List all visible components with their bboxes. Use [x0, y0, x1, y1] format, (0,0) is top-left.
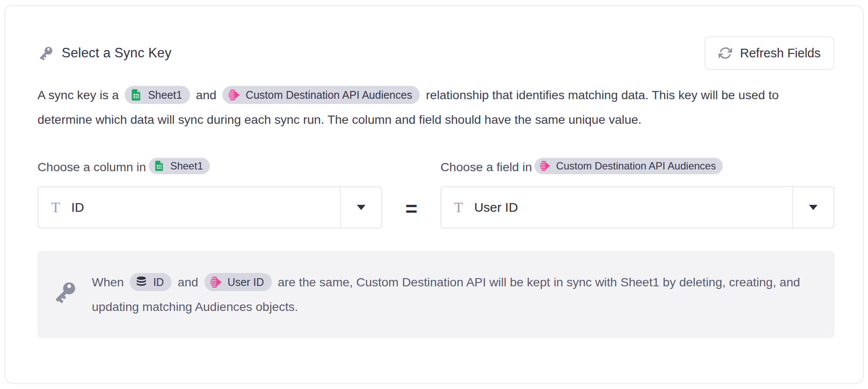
sheet-badge: Sheet1 — [149, 158, 210, 175]
column-dropdown-value: ID — [71, 200, 84, 215]
sheet-badge-label: Sheet1 — [170, 160, 203, 173]
destination-badge: Custom Destination API Audiences — [222, 86, 420, 104]
note-text: When ID and User ID are the same, Custom… — [92, 270, 817, 319]
chevron-down-icon — [809, 205, 818, 210]
field-selector-group: Choose a field in Custom Destination API… — [440, 157, 834, 229]
field-selector-label-row: Choose a field in Custom Destination API… — [440, 157, 834, 177]
destination-badge-label: Custom Destination API Audiences — [246, 88, 412, 101]
sync-note-box: When ID and User ID are the same, Custom… — [37, 251, 834, 338]
destination-badge-label: Custom Destination API Audiences — [556, 160, 716, 173]
intro-text-1: A sync key is a — [37, 88, 119, 102]
field-dropdown[interactable]: T User ID — [440, 186, 834, 229]
refresh-fields-label: Refresh Fields — [740, 46, 821, 60]
user-id-badge: User ID — [204, 273, 272, 291]
panel-header: Select a Sync Key Refresh Fields — [37, 36, 834, 70]
google-sheets-icon — [130, 88, 143, 101]
equals-zone: = — [382, 157, 440, 229]
sync-key-panel: Select a Sync Key Refresh Fields A sync … — [4, 5, 864, 384]
custom-destination-icon — [228, 88, 240, 101]
field-dropdown-value: User ID — [474, 200, 518, 215]
id-badge-label: ID — [153, 276, 164, 289]
column-selector-group: Choose a column in Sheet1 T ID — [37, 157, 382, 229]
intro-paragraph: A sync key is a Sheet1 and Custom Destin… — [37, 83, 834, 132]
custom-destination-icon — [209, 276, 222, 289]
field-dropdown-toggle[interactable] — [792, 187, 834, 228]
note-text-2: are the same, Custom Destination API wil… — [92, 275, 800, 314]
equals-sign: = — [405, 197, 417, 221]
key-icon — [52, 279, 79, 305]
refresh-fields-button[interactable]: Refresh Fields — [705, 36, 834, 70]
field-selector-label: Choose a field in — [440, 160, 532, 174]
column-dropdown[interactable]: T ID — [37, 186, 382, 229]
note-text-1: When — [92, 275, 124, 289]
google-sheets-icon — [153, 160, 165, 172]
key-icon — [52, 279, 79, 307]
column-dropdown-value-area: T ID — [38, 200, 340, 215]
intro-conjunction: and — [196, 88, 217, 102]
sync-key-selectors: Choose a column in Sheet1 T ID = — [37, 157, 834, 229]
note-conjunction: and — [178, 275, 198, 289]
column-dropdown-toggle[interactable] — [340, 187, 381, 228]
sheet-badge: Sheet1 — [125, 86, 190, 104]
text-type-icon: T — [454, 201, 463, 215]
title-wrap: Select a Sync Key — [37, 44, 172, 62]
database-icon — [135, 276, 148, 289]
custom-destination-icon — [539, 160, 551, 172]
page-title: Select a Sync Key — [62, 45, 172, 61]
field-dropdown-value-area: T User ID — [441, 200, 792, 215]
sheet-badge-label: Sheet1 — [148, 88, 182, 101]
column-selector-label-row: Choose a column in Sheet1 — [37, 157, 382, 177]
destination-badge: Custom Destination API Audiences — [534, 158, 723, 175]
refresh-icon — [718, 46, 732, 60]
column-selector-label: Choose a column in — [37, 160, 146, 174]
user-id-badge-label: User ID — [228, 276, 264, 289]
text-type-icon: T — [51, 201, 60, 215]
key-icon — [37, 44, 55, 62]
chevron-down-icon — [357, 205, 365, 210]
id-badge: ID — [130, 273, 172, 291]
